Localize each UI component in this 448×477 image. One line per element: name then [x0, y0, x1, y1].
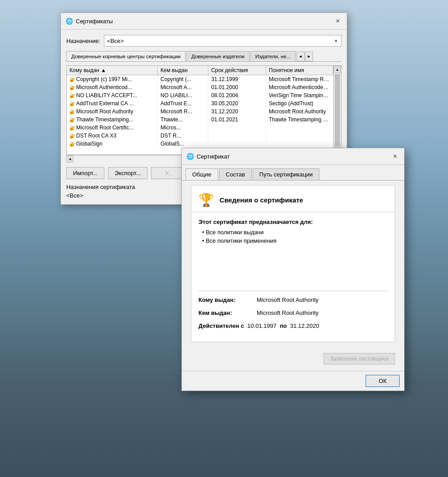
issued-by-label: Кем выдан: — [198, 309, 257, 316]
cell-issued-by: Micros... — [158, 124, 208, 132]
cert-detail-tabs: Общие Состав Путь сертификации — [182, 165, 404, 180]
cell-issued-to: 🔐Microsoft Root Authority — [67, 107, 158, 116]
dropdown-value: <Все> — [107, 38, 124, 44]
cell-issued-by: AddTrust E... — [158, 99, 208, 107]
import-button[interactable]: Импорт... — [66, 167, 104, 179]
cell-name — [266, 132, 333, 140]
table-row[interactable]: 🔐Microsoft Authenticod... Microsoft A...… — [67, 83, 333, 91]
col-issued-by[interactable]: Кем выдан — [158, 66, 208, 75]
col-expiry[interactable]: Срок действия — [208, 66, 266, 75]
certs-close-button[interactable]: ✕ — [333, 17, 342, 26]
table-row[interactable]: 🔐NO LIABILITY ACCEPT... NO LIABILI... 08… — [67, 91, 333, 99]
certs-window-icon: 🌐 — [65, 17, 73, 25]
cert-bullet-1: • Все политики выдачи — [202, 229, 388, 236]
tab-trusted-root[interactable]: Доверенные корневые центры сертификации — [66, 51, 185, 61]
table-row[interactable]: 🔐Microsoft Root Certific... Micros... — [67, 124, 333, 132]
cell-name: Microsoft Root Authority — [266, 107, 333, 116]
sort-icon: ▲ — [101, 67, 106, 73]
scrollbar-thumb[interactable] — [335, 74, 340, 146]
cell-name: Microsoft Authenticode(t... — [266, 83, 333, 91]
cell-name — [266, 140, 333, 148]
cell-issued-to: 🔐NO LIABILITY ACCEPT... — [67, 91, 158, 99]
validity-row: Действителен с 10.01.1997 по 31.12.2020 — [198, 322, 388, 329]
certs-title-bar: 🌐 Сертификаты ✕ — [61, 13, 347, 30]
table-row[interactable]: 🔐Copyright (c) 1997 Mi... Copyright (...… — [67, 75, 333, 84]
cert-detail-content: 🏆 Сведения о сертификате Этот сертификат… — [182, 185, 404, 371]
issued-to-value: Microsoft Root Authority — [257, 297, 319, 303]
tab-details[interactable]: Состав — [219, 168, 252, 180]
cell-expiry: 31.12.2020 — [208, 107, 266, 116]
cert-table-container: Кому выдан ▲ Кем выдан Срок действия Пон… — [66, 65, 341, 155]
validity-label: Действителен с — [198, 322, 244, 329]
chevron-down-icon: ▼ — [334, 39, 338, 43]
validity-to: 31.12.2020 — [290, 322, 319, 329]
cell-name: Sectigo (AddTrust) — [266, 99, 333, 107]
provider-btn-row: Заявление поставщика — [186, 347, 400, 371]
cell-expiry — [208, 132, 266, 140]
purpose-dropdown[interactable]: <Все> ▼ — [104, 35, 341, 47]
cell-issued-to: 🔐Microsoft Authenticod... — [67, 83, 158, 91]
cell-name: VeriSign Time Stamping ... — [266, 91, 333, 99]
table-row[interactable]: 🔐GlobalSign GlobalS... — [67, 140, 333, 148]
cert-tabs-container: Доверенные корневые центры сертификации … — [66, 51, 341, 62]
cell-issued-to: 🔐GlobalSign — [67, 140, 158, 148]
cell-issued-by: Thawte... — [158, 116, 208, 124]
tab-publishers-other[interactable]: Издатели, не... — [250, 51, 296, 61]
tab-trusted-publishers[interactable]: Доверенные издатели — [186, 51, 250, 61]
cert-detail-close-button[interactable]: ✕ — [391, 152, 400, 161]
cell-expiry — [208, 140, 266, 148]
purpose-label: Назначение: — [66, 38, 100, 44]
cell-expiry: 01.01.2000 — [208, 83, 266, 91]
cert-detail-title-bar: 🌐 Сертификат ✕ — [182, 148, 404, 165]
scroll-up-button[interactable]: ▲ — [334, 66, 341, 73]
certs-window-title: Сертификаты — [76, 18, 333, 25]
export-button[interactable]: Экспорт... — [108, 167, 147, 179]
cell-name: Thawte Timestamping CA — [266, 116, 333, 124]
cell-issued-to: 🔐Copyright (c) 1997 Mi... — [67, 75, 158, 84]
cell-issued-by: Microsoft R... — [158, 107, 208, 116]
certificate-icon: 🏆 — [198, 193, 214, 207]
cert-info-title: Сведения о сертификате — [220, 196, 303, 204]
empty-space — [198, 246, 388, 282]
cert-table: Кому выдан ▲ Кем выдан Срок действия Пон… — [67, 66, 333, 148]
cert-info-panel: 🏆 Сведения о сертификате Этот сертификат… — [191, 185, 395, 342]
cert-detail-footer: ОК — [182, 371, 404, 391]
table-scrollbar: ▲ ▼ — [333, 66, 341, 155]
cell-issued-to: 🔐Microsoft Root Certific... — [67, 124, 158, 132]
cert-bullet-2: • Все политики применения — [202, 237, 388, 244]
cell-issued-by: Microsoft A... — [158, 83, 208, 91]
cell-name — [266, 124, 333, 132]
validity-to-word: по — [280, 322, 287, 329]
cert-info-content: Этот сертификат предназначается для: • В… — [191, 212, 395, 342]
table-row[interactable]: 🔐DST Root CA X3 DST R... — [67, 132, 333, 140]
cert-divider-1 — [198, 291, 388, 291]
table-row[interactable]: 🔐Microsoft Root Authority Microsoft R...… — [67, 107, 333, 116]
cert-info-header: 🏆 Сведения о сертификате — [191, 185, 395, 212]
issued-by-row: Кем выдан: Microsoft Root Authority — [198, 309, 388, 316]
tab-general[interactable]: Общие — [185, 168, 218, 180]
col-issued-to[interactable]: Кому выдан ▲ — [67, 66, 158, 75]
cell-issued-to: 🔐AddTrust External CA ... — [67, 99, 158, 107]
validity-from: 10.01.1997 — [247, 322, 276, 329]
cert-purposes-title: Этот сертификат предназначается для: — [198, 219, 388, 225]
tab-scroll-left[interactable]: ◄ — [297, 52, 305, 61]
cell-issued-to: 🔐Thawte Timestamping... — [67, 116, 158, 124]
cell-issued-by: Copyright (... — [158, 75, 208, 84]
col-name[interactable]: Понятное имя — [266, 66, 333, 75]
tab-cert-path[interactable]: Путь сертификации — [253, 168, 319, 180]
issued-by-value: Microsoft Root Authority — [257, 309, 319, 316]
cell-name: Microsoft Timestamp Root — [266, 75, 333, 84]
cell-issued-to: 🔐DST Root CA X3 — [67, 132, 158, 140]
cell-expiry: 01.01.2021 — [208, 116, 266, 124]
cell-issued-by: NO LIABILI... — [158, 91, 208, 99]
table-row[interactable]: 🔐AddTrust External CA ... AddTrust E... … — [67, 99, 333, 107]
ok-button[interactable]: ОК — [366, 375, 400, 387]
cell-expiry — [208, 124, 266, 132]
scroll-left-button[interactable]: ◄ — [66, 155, 73, 163]
cert-detail-window-title: Сертификат — [197, 153, 391, 160]
provider-button[interactable]: Заявление поставщика — [323, 353, 395, 365]
tab-scroll-right[interactable]: ► — [305, 52, 313, 61]
table-row[interactable]: 🔐Thawte Timestamping... Thawte... 01.01.… — [67, 116, 333, 124]
cell-issued-by: DST R... — [158, 132, 208, 140]
cert-detail-window-icon: 🌐 — [186, 153, 194, 160]
